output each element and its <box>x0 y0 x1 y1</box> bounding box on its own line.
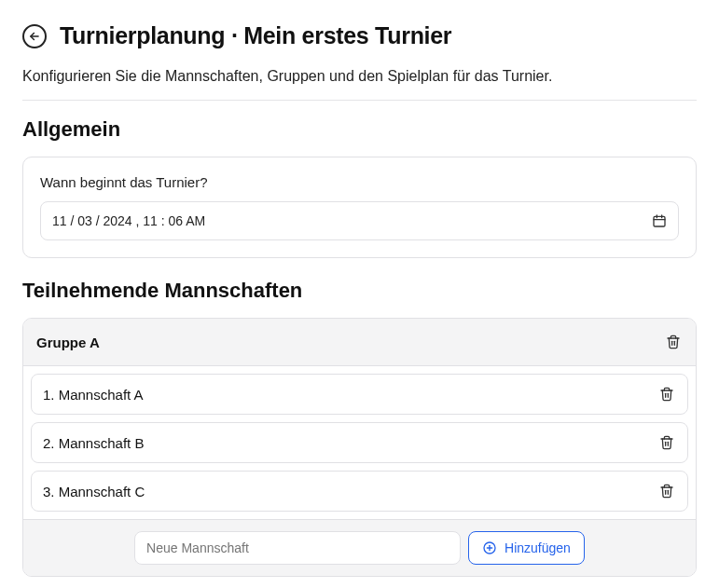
datetime-value: 11 / 03 / 2024 , 11 : 06 AM <box>52 213 205 228</box>
new-team-input[interactable] <box>134 531 461 565</box>
team-row: 2. Mannschaft B <box>31 422 688 463</box>
divider <box>22 100 697 101</box>
trash-icon <box>666 334 681 350</box>
arrow-left-icon <box>28 30 41 43</box>
plus-circle-icon <box>482 540 497 555</box>
page-title: Turnierplanung · Mein erstes Turnier <box>60 22 451 49</box>
calendar-icon <box>652 213 667 228</box>
add-team-button[interactable]: Hinzufügen <box>468 531 585 565</box>
team-row: 3. Mannschaft C <box>31 471 688 512</box>
delete-team-button[interactable] <box>657 432 676 453</box>
section-heading-general: Allgemein <box>22 117 697 142</box>
team-row: 1. Mannschaft A <box>31 374 688 415</box>
team-list: 1. Mannschaft A 2. Mannschaft B 3. Manns… <box>23 366 696 519</box>
section-heading-teams: Teilnehmende Mannschaften <box>22 279 697 303</box>
team-label: 2. Mannschaft B <box>43 435 144 451</box>
team-label: 3. Mannschaft C <box>43 484 145 499</box>
group-name: Gruppe A <box>36 335 100 350</box>
team-label: 1. Mannschaft A <box>43 387 144 403</box>
page-description: Konfigurieren Sie die Mannschaften, Grup… <box>22 68 697 85</box>
group-card: Gruppe A 1. Mannschaft A 2. Mannschaft B… <box>22 318 697 577</box>
add-team-label: Hinzufügen <box>505 540 571 555</box>
group-header: Gruppe A <box>23 319 696 366</box>
svg-rect-0 <box>654 216 665 226</box>
trash-icon <box>659 483 674 499</box>
start-datetime-input[interactable]: 11 / 03 / 2024 , 11 : 06 AM <box>40 201 679 240</box>
start-time-label: Wann beginnt das Turnier? <box>40 174 679 190</box>
group-footer: Hinzufügen <box>23 519 696 576</box>
trash-icon <box>659 434 674 451</box>
trash-icon <box>659 386 674 403</box>
delete-team-button[interactable] <box>657 384 676 404</box>
back-button[interactable] <box>22 24 47 48</box>
general-card: Wann beginnt das Turnier? 11 / 03 / 2024… <box>22 157 697 258</box>
delete-group-button[interactable] <box>664 332 683 352</box>
delete-team-button[interactable] <box>657 481 676 501</box>
